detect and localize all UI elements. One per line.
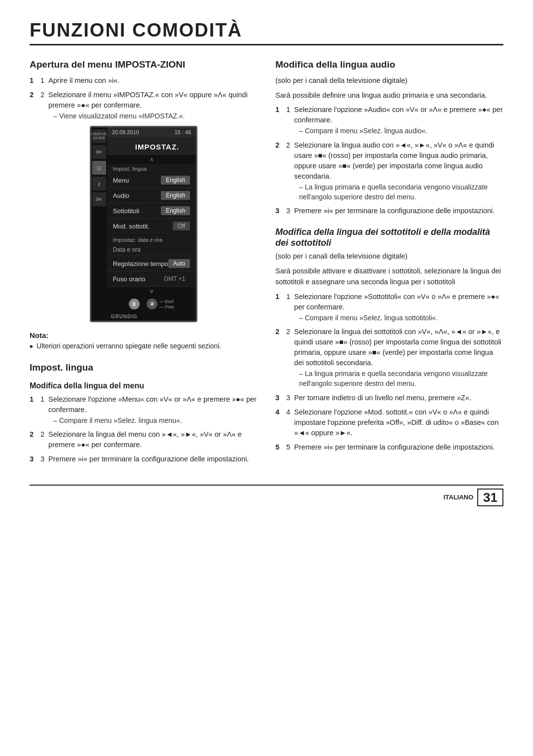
note-label: Nota:: [30, 331, 258, 340]
sidebar-icon-4: ✄: [92, 192, 106, 206]
tv-menu-row-sottotitoli: Sottotitoli English: [107, 203, 196, 219]
modifica-audio-intro: Sarà possibile definire una lingua audio…: [275, 90, 503, 101]
tv-menu-row-regolazione: Regolazione tempo Auto: [107, 256, 196, 271]
list-item: 2 Selezionare il menu »IMPOSTAZ.« con »V…: [30, 90, 258, 121]
item-text: Selezionare la lingua dei sottotitoli co…: [294, 327, 503, 388]
modifica-sottotitoli-intro: Sarà possibile attivare e disattivare i …: [275, 266, 503, 288]
sidebar-icon-1: ✄: [92, 145, 106, 159]
tv-label-prec: — Prec: [159, 304, 174, 309]
item-text: Selezionare la lingua del menu con »◄«, …: [48, 429, 258, 450]
list-item: 3 Per tornare indietro di un livello nel…: [275, 393, 503, 403]
item-subnote: – Compare il menu »Selez. lingua sottoti…: [294, 313, 503, 323]
row-label-dataeora: Data e ora: [113, 246, 141, 253]
list-item: 1 Selezionare l'opzione »Menu« con »V« o…: [30, 394, 258, 426]
row-label-sottotitoli: Sottotitoli: [113, 207, 139, 215]
item-subnote: – La lingua primaria e quella secondaria…: [294, 183, 503, 202]
item-text: Premere »i« per terminare la configurazi…: [294, 206, 495, 216]
item-number: 2: [40, 429, 44, 450]
list-item: 3 Premere »i« per terminare la configura…: [275, 206, 503, 216]
tv-menu-row-fuso: Fuso orario GMT +1: [107, 271, 196, 287]
item-text: Premere »i« per terminare la configurazi…: [294, 442, 495, 453]
list-item: 1 Selezionare l'opzione »Audio« con »V« …: [275, 105, 503, 136]
language-label: ITALIANO: [444, 493, 473, 501]
item-text: Selezionare l'opzione »Sottotitoli« con …: [294, 292, 503, 323]
item-number: 3: [286, 393, 290, 403]
item-number: 3: [286, 206, 290, 216]
right-column: Modifica della lingua audio (solo per i …: [275, 59, 503, 470]
item-text: Selezionare la lingua audio con »◄«, »►«…: [294, 140, 503, 202]
tv-label-escl: — Escl: [159, 299, 174, 304]
tv-section-label-1: Impost. lingua: [107, 164, 196, 173]
tv-bottom-bar: ① ② — Escl — Prec: [107, 296, 196, 312]
row-label-fuso: Fuso orario: [113, 275, 146, 283]
page-title: FUNZIONI COMODITÀ: [30, 20, 503, 45]
tv-menu-icon: ✄: [124, 141, 131, 152]
item-number: 1: [286, 292, 290, 323]
list-item: 4 Selezionare l'opzione »Mod. sottotit.«…: [275, 407, 503, 438]
item-text: Selezionare l'opzione »Audio« con »V« or…: [294, 105, 503, 136]
item-text: Aprire il menu con »i«.: [48, 76, 119, 86]
row-value-regolazione: Auto: [168, 259, 190, 268]
impost-lingua-title: Impost. lingua: [30, 362, 258, 374]
tv-top-bar: 20.09.2010 15 : 46: [107, 127, 196, 137]
note-box: Nota: Ulteriori operazioni verranno spie…: [30, 331, 258, 351]
sidebar-icon-3: ♪: [92, 177, 106, 190]
item-number: 2: [40, 90, 44, 121]
row-value-mod: Off: [173, 222, 190, 230]
tv-sidebar: COMFORTGUIDE ✄ ☺ ♪ ✄: [91, 127, 107, 321]
section-apertura: Apertura del menu IMPOSTA-ZIONI 1 Aprire…: [30, 59, 258, 121]
item-number: 1: [40, 394, 44, 426]
row-value-sottotitoli: English: [161, 206, 190, 215]
left-column: Apertura del menu IMPOSTA-ZIONI 1 Aprire…: [30, 59, 258, 470]
list-item: 3 Premere »i« per terminare la configura…: [30, 454, 258, 464]
row-value-audio: English: [161, 191, 190, 200]
tv-data-row-dataeora: Data e ora: [107, 244, 196, 256]
item-text: Per tornare indietro di un livello nel m…: [294, 393, 471, 403]
modifica-audio-subtitle: (solo per i canali della televisione dig…: [275, 76, 503, 86]
tv-btn-nav: ②: [147, 299, 157, 309]
tv-btn-group-nav: ② — Escl — Prec: [147, 299, 174, 309]
grundig-bar: GRUNDIG: [107, 312, 196, 321]
tv-btn-1: ①: [129, 299, 140, 309]
item-subnote: – Viene visualizzatoil menu »IMPOSTAZ.«.: [48, 112, 258, 121]
tv-menu-title-bar: ✄ IMPOSTAZ.: [107, 137, 196, 155]
tv-time: 15 : 46: [175, 129, 191, 135]
tv-btn-group-1: ①: [129, 299, 140, 309]
row-value-menu: English: [161, 176, 190, 185]
item-text: Premere »i« per terminare la configurazi…: [48, 454, 249, 464]
sidebar-icon-2: ☺: [92, 161, 106, 175]
row-label-menu: Menu: [113, 177, 129, 184]
row-label-regolazione: Regolazione tempo: [113, 260, 168, 267]
list-item: 2 Selezionare la lingua dei sottotitoli …: [275, 327, 503, 388]
modifica-audio-title: Modifica della lingua audio: [275, 59, 503, 71]
tv-menu-row-audio: Audio English: [107, 188, 196, 203]
item-number: 5: [286, 442, 290, 453]
row-label-mod: Mod. sottotit.: [113, 223, 150, 230]
item-text: Selezionare l'opzione »Menu« con »V« or …: [48, 394, 258, 426]
list-item: 1 Aprire il menu con »i«.: [30, 76, 258, 86]
item-number: 1: [40, 76, 44, 86]
list-item: 1 Selezionare l'opzione »Sottotitoli« co…: [275, 292, 503, 323]
tv-section-label-2: Impostaz. data e ora: [107, 235, 196, 244]
section-apertura-title: Apertura del menu IMPOSTA-ZIONI: [30, 59, 258, 71]
item-number: 1: [286, 105, 290, 136]
modifica-menu-title: Modifica della lingua del menu: [30, 381, 258, 390]
item-text: Selezionare il menu »IMPOSTAZ.« con »V« …: [48, 90, 258, 121]
sidebar-icon-comfort: COMFORTGUIDE: [92, 129, 106, 143]
tv-menu-label: IMPOSTAZ.: [135, 143, 180, 151]
section-modifica-audio: Modifica della lingua audio (solo per i …: [275, 59, 503, 216]
item-number: 3: [40, 454, 44, 464]
modifica-sottotitoli-title: Modifica della lingua dei sottotitoli e …: [275, 227, 503, 248]
tv-menu-row-mod: Mod. sottotit. Off: [107, 219, 196, 234]
page-number: 31: [477, 489, 503, 507]
item-subnote: – La lingua primaria e quella secondaria…: [294, 369, 503, 388]
item-number: 2: [286, 327, 290, 388]
section-modifica-sottotitoli: Modifica della lingua dei sottotitoli e …: [275, 227, 503, 452]
item-subnote: – Compare il menu »Selez. lingua audio«.: [294, 126, 503, 136]
tv-arrow-down: ∨: [107, 287, 196, 296]
row-label-audio: Audio: [113, 192, 129, 199]
item-number: 2: [286, 140, 290, 202]
item-text: Selezionare l'opzione »Mod. sottotit.« c…: [294, 407, 503, 438]
tv-date: 20.09.2010: [112, 129, 139, 135]
row-value-fuso: GMT +1: [159, 274, 190, 283]
